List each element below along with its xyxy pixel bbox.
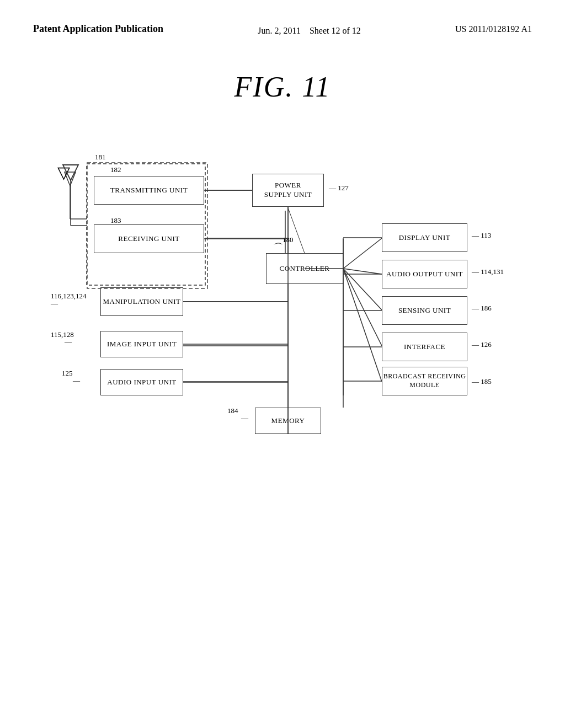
label-127: — 127 — [329, 184, 349, 192]
display-unit-box: DISPLAY UNIT — [382, 223, 467, 252]
publication-title: Patent Application Publication — [33, 22, 163, 36]
label-113: — 113 — [472, 231, 491, 240]
svg-line-8 — [343, 238, 382, 269]
controller-box: CONTROLLER — [266, 253, 343, 284]
label-memory-arrow: — — [241, 414, 248, 422]
curve-mark: ⌒ — [271, 241, 281, 254]
label-audio-input: 125 — [62, 369, 73, 378]
label-memory-ref: 184 — [227, 406, 238, 415]
sheet-info: Sheet 12 of 12 — [310, 26, 361, 35]
label-185: — 185 — [472, 377, 492, 386]
label-audio-arrow: — — [73, 376, 80, 385]
svg-line-9 — [343, 269, 382, 274]
audio-output-box: AUDIO OUTPUT UNIT — [382, 260, 467, 288]
image-input-box: IMAGE INPUT UNIT — [100, 331, 183, 357]
svg-line-12 — [343, 269, 382, 382]
label-182: 182 — [110, 165, 121, 174]
label-126: — 126 — [472, 340, 492, 349]
svg-line-11 — [343, 269, 382, 346]
label-181: 181 — [95, 153, 106, 162]
label-180: 180 — [282, 235, 294, 244]
svg-line-10 — [343, 269, 382, 310]
diagram-container: 181 182 TRANSMITTING UNIT 183 RECEIVING … — [34, 131, 531, 462]
power-supply-box: POWERSUPPLY UNIT — [252, 174, 324, 207]
label-manipulation-arrow: — — [51, 299, 58, 308]
svg-line-40 — [288, 208, 305, 253]
label-186: — 186 — [472, 304, 492, 313]
label-183: 183 — [110, 216, 121, 225]
sensing-unit-box: SENSING UNIT — [382, 296, 467, 325]
page-header: Patent Application Publication Jun. 2, 2… — [0, 0, 565, 38]
interface-box: INTERFACE — [382, 333, 467, 361]
transmitting-unit-box: TRANSMITTING UNIT — [94, 176, 204, 205]
publication-date: Jun. 2, 2011 — [258, 26, 301, 35]
audio-input-box: AUDIO INPUT UNIT — [100, 369, 183, 395]
publication-number: US 2011/0128192 A1 — [455, 22, 532, 34]
publication-date-sheet: Jun. 2, 2011 Sheet 12 of 12 — [258, 22, 361, 38]
label-114-131: — 114,131 — [472, 267, 504, 276]
antenna-symbol: ▽ — [57, 163, 70, 182]
manipulation-box: MANIPULATION UNIT — [100, 287, 183, 316]
memory-box: MEMORY — [255, 408, 321, 434]
broadcast-box: BROADCAST RECEIVINGMODULE — [382, 367, 467, 395]
label-image-arrow: — — [65, 338, 72, 346]
figure-title: FIG. 11 — [0, 71, 565, 103]
receiving-unit-box: RECEIVING UNIT — [94, 224, 204, 253]
